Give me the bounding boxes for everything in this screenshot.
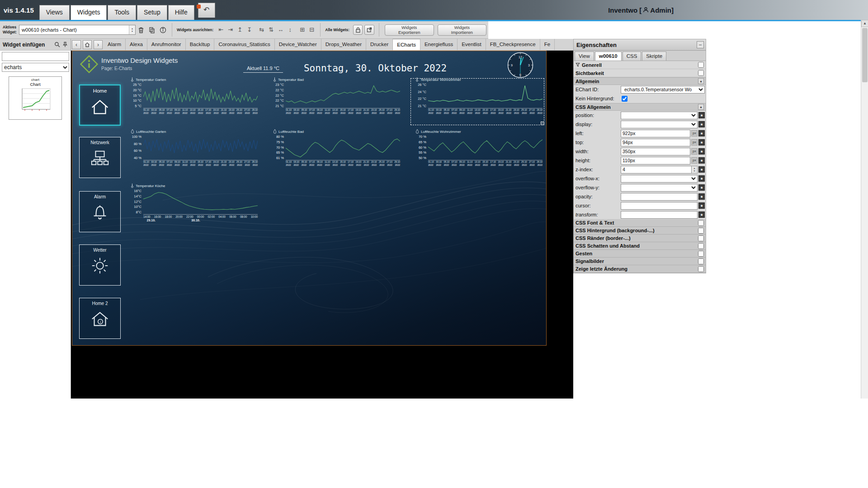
widget-card-chart[interactable]: chart Chart: [9, 76, 62, 120]
widgets-import-button[interactable]: Widgets Importieren: [438, 24, 486, 36]
collapsed-section-checkbox[interactable]: [698, 258, 704, 264]
prop-input-height[interactable]: [621, 157, 690, 164]
view-tab-device-watcher[interactable]: Device_Watcher: [275, 39, 321, 51]
prop-input-width[interactable]: [621, 148, 690, 155]
collapsed-section-checkbox[interactable]: [698, 228, 704, 234]
prop-input-z-index[interactable]: [621, 166, 692, 174]
menu-tab-tools[interactable]: Tools: [108, 5, 136, 20]
widget-luftfeuchte-garten[interactable]: Luftfeuchte Garten100 %80 %60 %40 %01.10…: [129, 129, 258, 172]
widget-luftfeuchte-wohnzimmer[interactable]: Luftfeuchte Wohnzimmer70 %65 %60 %55 %50…: [414, 129, 542, 172]
menu-tab-views[interactable]: Views: [39, 5, 70, 20]
open-widgets-button[interactable]: [364, 25, 374, 35]
nav-button-alarm[interactable]: Alarm: [79, 191, 121, 232]
favorite-star-button[interactable]: ★: [698, 166, 705, 173]
collapse-section-button[interactable]: ▴: [698, 104, 704, 110]
delete-widget-button[interactable]: [137, 25, 146, 34]
align-top-icon[interactable]: ↥: [235, 25, 245, 34]
prop-tab-skripte[interactable]: Skripte: [642, 52, 666, 61]
prop-select-overflow-y[interactable]: [621, 184, 698, 192]
favorite-star-button[interactable]: ★: [698, 130, 705, 136]
prop-input-opacity[interactable]: [621, 193, 698, 201]
widgets-export-button[interactable]: Widgets Exportieren: [385, 24, 434, 36]
align-right-icon[interactable]: ⇥: [226, 25, 235, 34]
view-tab-coronavirus-statistics[interactable]: Coronavirus_Statistics: [214, 39, 274, 51]
distribute-vertical-icon[interactable]: ⇅: [266, 25, 276, 34]
widget-luftfeuchte-bad[interactable]: Luftfeuchte Bad80 %75 %70 %65 %61 %01.10…: [271, 129, 400, 172]
views-back-button[interactable]: ‹: [72, 40, 81, 49]
widget-info-button[interactable]: [158, 25, 167, 34]
collapsed-section-css-hintergrund-background[interactable]: CSS Hintergrund (background-...): [574, 227, 706, 235]
pin-panel-button[interactable]: [61, 41, 69, 49]
favorite-star-button[interactable]: ★: [698, 193, 705, 200]
page-scrollbar[interactable]: ▲: [861, 20, 868, 399]
favorite-star-button[interactable]: ★: [698, 157, 705, 164]
widget-search-button[interactable]: [53, 41, 61, 49]
prop-input-transform[interactable]: [621, 211, 698, 219]
collapsed-section-checkbox[interactable]: [698, 266, 704, 272]
prop-tab-view[interactable]: View: [575, 52, 594, 61]
collapsed-section-checkbox[interactable]: [698, 235, 704, 241]
nav-button-home-2[interactable]: Home 2i: [79, 298, 121, 339]
menu-tab-setup[interactable]: Setup: [137, 5, 167, 20]
prop-select-display[interactable]: [621, 121, 698, 128]
align-bottom-icon[interactable]: ↧: [245, 25, 254, 34]
views-forward-button[interactable]: ›: [94, 40, 103, 49]
collapsed-section-checkbox[interactable]: [698, 251, 704, 257]
prop-tab-css[interactable]: CSS: [623, 52, 642, 61]
favorite-star-button[interactable]: ★: [698, 184, 705, 191]
same-height-icon[interactable]: ⊟: [307, 25, 316, 34]
minimize-panel-button[interactable]: –: [697, 41, 704, 48]
view-tab-anrufmonitor[interactable]: Anrufmonitor: [147, 39, 186, 51]
favorite-star-button[interactable]: ★: [698, 211, 705, 218]
collapsed-section-gesten[interactable]: Gesten: [574, 250, 706, 258]
prop-input-top[interactable]: [621, 139, 690, 146]
collapsed-section-css-font-text[interactable]: CSS Font & Text: [574, 219, 706, 227]
collapsed-section-css-schatten-und-abstand[interactable]: CSS Schatten und Abstand: [574, 242, 706, 250]
same-width-icon[interactable]: ⊞: [297, 25, 307, 34]
scrollbar-thumb[interactable]: [862, 28, 868, 82]
prop-select-position[interactable]: [621, 112, 698, 119]
view-tab-alexa[interactable]: Alexa: [126, 39, 147, 51]
widget-temperatur-bad[interactable]: Temperatur Bad23 °C22 °C22 °C22 °C21 °C0…: [271, 77, 400, 120]
prop-input-cursor[interactable]: [621, 202, 698, 210]
views-home-button[interactable]: [83, 40, 92, 49]
toggle-row-checkbox[interactable]: [698, 62, 704, 68]
align-left-icon[interactable]: ⇤: [216, 25, 226, 34]
collapsed-section-checkbox[interactable]: [698, 243, 704, 249]
resize-grip[interactable]: [541, 122, 544, 125]
view-tab-backitup[interactable]: BackItup: [186, 39, 215, 51]
center-horizontal-icon[interactable]: ↔: [276, 25, 285, 34]
view-tab-alarm[interactable]: Alarm: [104, 39, 126, 51]
combobox-arrows-icon[interactable]: ▲▼: [129, 25, 135, 34]
widget-temperatur-wohnzimmer[interactable]: Temperatur Wohnzimmer26 °C24 °C22 °C21 °…: [414, 77, 542, 120]
view-tab-echarts[interactable]: ECharts: [393, 39, 420, 51]
collapsed-section-zeige-letzte-änderung[interactable]: Zeige letzte Änderung: [574, 265, 706, 273]
widget-search-input[interactable]: [2, 52, 69, 61]
prop-input-left[interactable]: [621, 130, 690, 137]
copy-widget-button[interactable]: [147, 25, 156, 34]
collapse-section-button[interactable]: ▴: [698, 78, 704, 84]
favorite-star-button[interactable]: ★: [698, 112, 705, 118]
view-tab-eventlist[interactable]: Eventlist: [458, 39, 486, 51]
lock-widgets-button[interactable]: [353, 25, 363, 35]
collapsed-section-css-ränder-border[interactable]: CSS Ränder (border-...): [574, 235, 706, 242]
view-tab-drops-weather[interactable]: Drops_Weather: [321, 39, 366, 51]
nav-button-home[interactable]: Home: [79, 84, 121, 126]
collapsed-section-signalbilder[interactable]: Signalbilder: [574, 258, 706, 265]
view-tab-fb-checkpresence[interactable]: FB_Checkpresence: [486, 39, 540, 51]
nav-button-netzwerk[interactable]: Netzwerk: [79, 137, 121, 178]
prop-select-echart-id[interactable]: echarts.0.Temperatursensor Wo: [621, 86, 705, 94]
active-widget-select[interactable]: w00610 (echarts - Chart) ▲▼: [19, 25, 136, 35]
view-tab-drucker[interactable]: Drucker: [366, 39, 393, 51]
menu-tab-widgets[interactable]: Widgets: [71, 5, 107, 20]
collapsed-section-checkbox[interactable]: [698, 220, 704, 226]
prop-checkbox-kein-hintergrund[interactable]: [622, 96, 627, 102]
favorite-star-button[interactable]: ★: [698, 175, 705, 182]
dashboard-view[interactable]: Inventwo Design Widgets Page: E-Charts A…: [72, 51, 547, 346]
widget-category-select[interactable]: echarts: [2, 63, 69, 72]
menu-tab-hilfe[interactable]: Hilfe: [168, 5, 194, 20]
favorite-star-button[interactable]: ★: [698, 148, 705, 155]
favorite-star-button[interactable]: ★: [698, 202, 705, 209]
widget-temperatur-küche[interactable]: Temperatur Küche16°C14°C12°C10°C8°C14:00…: [129, 183, 258, 226]
number-spinner-icon[interactable]: ▲▼: [692, 166, 698, 174]
